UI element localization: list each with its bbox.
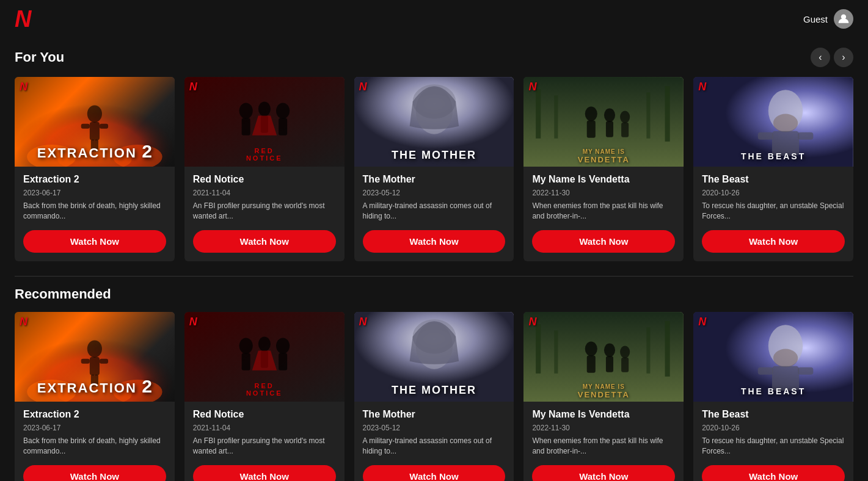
card-description: Back from the brink of death, highly ski… [23, 201, 166, 222]
svg-rect-75 [758, 367, 773, 375]
card-title: Red Notice [193, 174, 336, 185]
svg-rect-32 [621, 123, 629, 137]
netflix-badge: N [359, 316, 367, 328]
svg-rect-30 [606, 121, 613, 137]
svg-rect-66 [587, 355, 596, 372]
card-info: My Name Is Vendetta 2022-11-30 When enem… [523, 402, 684, 481]
for-you-section: For You ‹ › N [0, 38, 868, 276]
svg-point-73 [773, 349, 798, 367]
watch-now-button[interactable]: Watch Now [532, 465, 675, 481]
recommended-section: Recommended N [0, 277, 868, 481]
card-date: 2022-11-30 [532, 424, 675, 432]
card-thumbnail-beast: N [693, 77, 853, 167]
card-title: Extraction 2 [23, 409, 166, 420]
svg-rect-38 [798, 132, 813, 140]
movie-card-red-notice: N [184, 312, 345, 481]
svg-point-15 [258, 101, 271, 116]
watch-now-button[interactable]: Watch Now [193, 230, 336, 253]
card-thumbnail-the-mother: N THE MOTHER [354, 312, 514, 402]
next-arrow[interactable]: › [834, 48, 853, 67]
card-thumbnail-beast: N [693, 312, 853, 402]
card-thumbnail-the-mother: N THE MOTHER [354, 77, 514, 167]
movie-card-extraction2: N [15, 77, 175, 261]
prev-arrow[interactable]: ‹ [811, 48, 830, 67]
svg-point-53 [258, 336, 271, 351]
svg-point-17 [276, 103, 290, 118]
svg-rect-43 [100, 358, 108, 363]
card-description: Back from the brink of death, highly ski… [23, 436, 166, 457]
movie-card-vendetta: N [523, 77, 684, 261]
movie-card-the-mother: N THE MOTHER [354, 77, 514, 261]
card-title: Red Notice [193, 409, 336, 420]
movie-card-red-notice: N [184, 77, 345, 261]
svg-rect-64 [647, 327, 651, 374]
for-you-cards-row: N [15, 77, 853, 261]
svg-rect-3 [90, 122, 100, 140]
watch-now-button[interactable]: Watch Now [363, 465, 506, 481]
card-date: 2021-11-04 [193, 424, 336, 432]
svg-rect-5 [100, 124, 108, 129]
card-info: The Beast 2020-10-26 To rescue his daugh… [693, 402, 853, 481]
watch-now-button[interactable]: Watch Now [532, 230, 675, 253]
card-date: 2020-10-26 [702, 189, 845, 197]
svg-rect-76 [798, 367, 813, 375]
card-date: 2023-05-12 [363, 189, 506, 197]
carousel-nav: ‹ › [811, 48, 853, 67]
card-title: The Beast [702, 409, 845, 420]
card-info: The Mother 2023-05-12 A military-trained… [354, 402, 514, 481]
netflix-badge: N [698, 316, 706, 328]
watch-now-button[interactable]: Watch Now [193, 465, 336, 481]
card-title: Extraction 2 [23, 174, 166, 185]
card-description: An FBI profiler pursuing the world's mos… [193, 201, 336, 222]
svg-point-13 [239, 103, 252, 118]
svg-rect-70 [621, 357, 629, 372]
movie-card-vendetta: N [523, 312, 684, 481]
card-date: 2023-06-17 [23, 424, 166, 432]
svg-point-29 [604, 108, 615, 121]
svg-rect-63 [555, 330, 558, 373]
guest-label: Guest [803, 14, 828, 24]
svg-rect-26 [647, 92, 651, 139]
card-info: The Beast 2020-10-26 To rescue his daugh… [693, 167, 853, 261]
watch-now-button[interactable]: Watch Now [702, 230, 845, 253]
svg-rect-41 [90, 356, 100, 375]
card-title: My Name Is Vendetta [532, 409, 675, 420]
card-info: Extraction 2 2023-06-17 Back from the br… [15, 402, 175, 481]
card-thumbnail-red-notice: N [184, 77, 345, 167]
netflix-badge: N [189, 81, 197, 93]
netflix-badge: N [528, 316, 536, 328]
svg-rect-62 [665, 321, 670, 377]
svg-rect-4 [81, 124, 90, 129]
card-description: To rescue his daughter, an unstable Spec… [702, 436, 845, 457]
svg-point-69 [620, 345, 630, 358]
avatar[interactable] [834, 9, 853, 29]
card-description: A military-trained assassin comes out of… [363, 436, 506, 457]
svg-point-65 [585, 341, 597, 356]
netflix-logo[interactable]: N [15, 7, 31, 31]
movie-card-beast: N [693, 312, 853, 481]
netflix-badge: N [359, 81, 367, 93]
svg-rect-14 [241, 118, 250, 136]
svg-point-31 [620, 111, 630, 123]
card-title: The Mother [363, 174, 506, 185]
card-thumbnail-vendetta: N [523, 77, 684, 167]
svg-point-35 [773, 114, 798, 132]
watch-now-button[interactable]: Watch Now [363, 230, 506, 253]
svg-rect-68 [606, 356, 613, 372]
card-description: When enemies from the past kill his wife… [532, 201, 675, 222]
card-date: 2021-11-04 [193, 189, 336, 197]
watch-now-button[interactable]: Watch Now [23, 230, 166, 253]
movie-card-beast: N [693, 77, 853, 261]
card-info: My Name Is Vendetta 2022-11-30 When enem… [523, 167, 684, 261]
svg-rect-28 [587, 121, 596, 138]
watch-now-button[interactable]: Watch Now [702, 465, 845, 481]
card-description: When enemies from the past kill his wife… [532, 436, 675, 457]
netflix-badge: N [698, 81, 706, 93]
svg-point-40 [87, 340, 102, 357]
movie-card-the-mother: N THE MOTHER [354, 312, 514, 481]
watch-now-button[interactable]: Watch Now [23, 465, 166, 481]
card-title: The Beast [702, 174, 845, 185]
svg-point-67 [604, 343, 615, 356]
svg-point-27 [585, 106, 597, 121]
svg-rect-25 [555, 95, 558, 138]
